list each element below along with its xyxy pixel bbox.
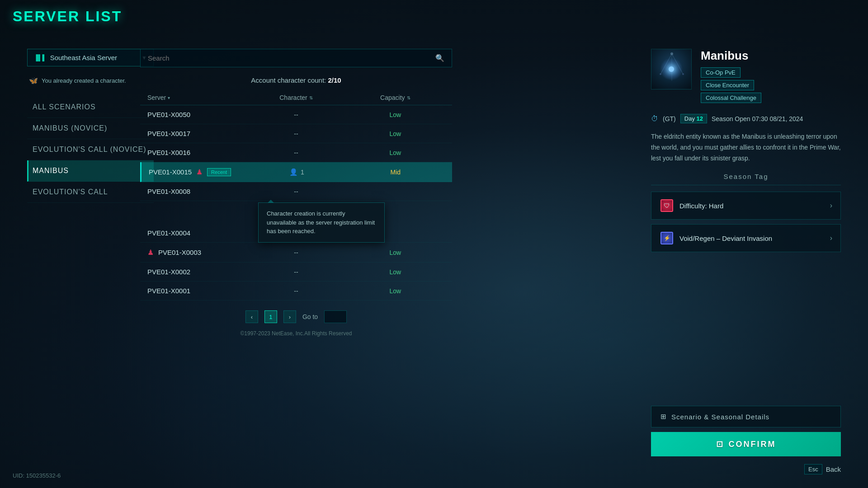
account-info: Account character count: 2/10 <box>140 73 452 90</box>
account-count: 2/10 <box>328 76 341 84</box>
tag-item-label: Void/Regen – Deviant Invasion <box>679 235 772 242</box>
table-row[interactable]: ♟ PVE01-X0003 -- Low <box>140 243 452 263</box>
day-num: 12 <box>697 115 703 122</box>
svg-point-3 <box>670 52 673 55</box>
back-button[interactable]: Esc Back <box>804 464 841 474</box>
scenario-icon: ⊞ <box>660 413 667 421</box>
tag-list: Co-Op PvE Close Encounter Colossal Chall… <box>701 67 841 103</box>
cap-col: Low <box>346 268 445 276</box>
svg-line-1 <box>672 54 683 74</box>
table-row[interactable]: PVE01-X0008 -- Character creation is cur… <box>140 182 452 201</box>
day-label: Day <box>684 115 695 122</box>
table-row[interactable]: PVE01-X0017 -- Low <box>140 124 452 143</box>
avatar <box>651 49 692 89</box>
table-row[interactable]: PVE01-X0002 -- Low <box>140 263 452 282</box>
cap-col: Low <box>346 287 445 295</box>
character-name: Manibus <box>701 49 841 63</box>
server-selector[interactable]: ▐▌▌ Southeast Asia Server ▼ <box>27 49 154 66</box>
tag-colossal-challenge: Colossal Challenge <box>701 93 761 103</box>
cap-col: Mid <box>346 169 445 176</box>
current-page: 1 <box>264 310 277 323</box>
search-bar: 🔍 <box>140 49 452 67</box>
sidebar-item-manibus-novice[interactable]: MANIBUS (NOVICE) <box>27 118 154 139</box>
tag-icon: ⚡ <box>660 231 674 245</box>
col-header-server[interactable]: Server ▾ <box>147 94 246 101</box>
table-row[interactable]: PVE01-X0001 -- Low <box>140 282 452 300</box>
prev-page-button[interactable]: ‹ <box>245 310 258 323</box>
tooltip-text: Character creation is currently unavaila… <box>267 210 375 235</box>
next-page-button[interactable]: › <box>283 310 296 323</box>
esc-key: Esc <box>804 464 822 474</box>
page-title: SERVER LIST <box>13 8 122 25</box>
server-name: PVE01-X0016 <box>147 149 246 156</box>
confirm-button[interactable]: ⊡ CONFIRM <box>651 432 841 456</box>
copyright: ©1997-2023 NetEase, Inc.All Rights Reser… <box>140 328 452 337</box>
uid: UID: 150235532-6 <box>13 472 61 479</box>
server-name: PVE01-X0015 ♟ Recent <box>149 168 247 176</box>
notice-text: You already created a character. <box>42 77 126 84</box>
cap-col: Low <box>346 249 445 256</box>
char-col: -- <box>246 188 345 195</box>
server-name: PVE01-X0004 <box>147 229 246 237</box>
svg-point-5 <box>682 73 684 75</box>
goto-input[interactable] <box>324 310 347 323</box>
col-header-character[interactable]: Character ⇅ <box>246 94 345 101</box>
char-col: -- <box>246 130 345 137</box>
sort-server-icon: ▾ <box>168 95 170 100</box>
season-prefix: (GT) <box>663 115 676 122</box>
server-name: PVE01-X0050 <box>147 111 246 118</box>
sort-character-icon: ⇅ <box>309 95 313 100</box>
notice-bar: 🦋 You already created a character. <box>27 73 154 89</box>
sidebar: ▐▌▌ Southeast Asia Server ▼ 🦋 You alread… <box>27 49 154 203</box>
tag-item-left: ⚡ Void/Regen – Deviant Invasion <box>660 231 772 245</box>
char-col: -- <box>246 149 345 156</box>
person-count-icon: 👤 <box>289 168 298 176</box>
tag-icon: 🛡 <box>660 198 674 213</box>
sidebar-item-evolutions-call-novice[interactable]: EVOLUTION'S CALL (NOVICE) <box>27 139 154 160</box>
season-open: Season Open 07:30 08/21, 2024 <box>712 115 803 122</box>
char-col: -- <box>246 249 345 256</box>
server-name: ♟ PVE01-X0003 <box>147 248 246 257</box>
chevron-right-icon: › <box>830 202 832 210</box>
char-col: -- <box>246 111 345 118</box>
char-col: -- <box>246 268 345 276</box>
scenario-details-button[interactable]: ⊞ Scenario & Seasonal Details <box>651 406 841 427</box>
account-label: Account character count: <box>251 76 326 84</box>
server-name: PVE01-X0008 <box>147 188 246 195</box>
table-header: Server ▾ Character ⇅ Capacity ⇅ <box>140 90 452 105</box>
search-input[interactable] <box>148 54 431 62</box>
table-row[interactable]: PVE01-X0016 -- Low <box>140 143 452 162</box>
season-info: ⏱ (GT) Day 12 Season Open 07:30 08/21, 2… <box>651 112 841 125</box>
chevron-right-icon: › <box>830 234 832 242</box>
person-icon: ♟ <box>196 168 203 176</box>
sidebar-item-all-scenarios[interactable]: ALL SCENARIOS <box>27 97 154 118</box>
recent-badge: Recent <box>207 168 231 176</box>
description: The eldritch entity known as the Manibus… <box>651 131 841 164</box>
character-header: Manibus Co-Op PvE Close Encounter Coloss… <box>651 49 841 103</box>
server-name: PVE01-X0017 <box>147 130 246 137</box>
tag-coop-pve: Co-Op PvE <box>701 67 741 78</box>
svg-point-4 <box>660 73 661 75</box>
table-row[interactable]: PVE01-X0050 -- Low <box>140 105 452 124</box>
day-tag: Day 12 <box>680 114 707 123</box>
sidebar-item-evolutions-call[interactable]: EVOLUTION'S CALL <box>27 182 154 203</box>
season-tag-difficulty[interactable]: 🛡 Difficulty: Hard › <box>651 192 841 220</box>
season-tag-void[interactable]: ⚡ Void/Regen – Deviant Invasion › <box>651 224 841 252</box>
tag-close-encounter: Close Encounter <box>701 80 754 90</box>
cap-col: Low <box>346 130 445 137</box>
search-icon: 🔍 <box>435 54 444 62</box>
confirm-label: CONFIRM <box>729 440 776 449</box>
scenario-button-label: Scenario & Seasonal Details <box>671 413 769 421</box>
char-col: 👤 1 <box>247 168 346 176</box>
right-panel: Manibus Co-Op PvE Close Encounter Coloss… <box>651 49 841 257</box>
sidebar-item-manibus[interactable]: MANIBUS <box>27 160 154 182</box>
server-name: PVE01-X0001 <box>147 287 246 295</box>
col-header-capacity[interactable]: Capacity ⇅ <box>346 94 445 101</box>
tag-item-left: 🛡 Difficulty: Hard <box>660 198 723 213</box>
tooltip-popup: Character creation is currently unavaila… <box>258 202 385 243</box>
sort-capacity-icon: ⇅ <box>407 95 410 100</box>
svg-line-0 <box>660 54 672 74</box>
tooltip-arrow <box>268 200 274 203</box>
back-label: Back <box>826 465 841 473</box>
table-row-selected[interactable]: PVE01-X0015 ♟ Recent 👤 1 Mid <box>140 162 452 182</box>
